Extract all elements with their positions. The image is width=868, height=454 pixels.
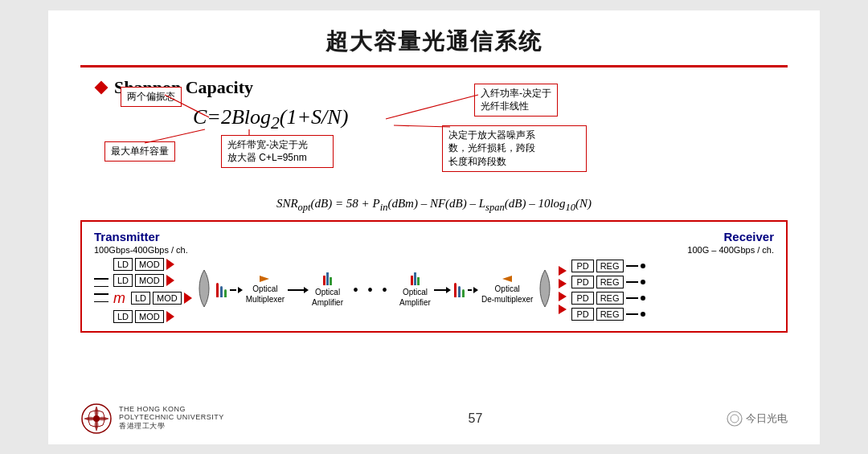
watermark-icon bbox=[727, 411, 743, 427]
diagram-box: Transmitter Receiver 100Gbps-400Gbps / c… bbox=[80, 220, 788, 333]
arrow-to-demux2 bbox=[468, 287, 478, 293]
page-number: 57 bbox=[469, 411, 483, 426]
annotation-max-capacity: 最大单纤容量 bbox=[104, 141, 175, 162]
mod-box: MOD bbox=[135, 258, 164, 271]
hkpu-text: THE HONG KONG POLYTECHNIC UNIVERSITY 香港理… bbox=[119, 405, 224, 432]
input-line bbox=[94, 278, 108, 280]
reg-box: REG bbox=[596, 292, 624, 305]
slide-title: 超大容量光通信系统 bbox=[80, 27, 788, 57]
input-line bbox=[94, 286, 108, 288]
hkpu-logo: THE HONG KONG POLYTECHNIC UNIVERSITY 香港理… bbox=[80, 403, 224, 435]
reg-box: REG bbox=[596, 308, 624, 321]
ld-box: LD bbox=[131, 292, 150, 305]
svg-point-7 bbox=[727, 411, 742, 426]
optical-amplifier-1: OpticalAmplifier bbox=[312, 272, 343, 308]
pd-box: PD bbox=[571, 260, 593, 272]
pd-box: PD bbox=[571, 276, 593, 288]
slide: 超大容量光通信系统 Shannon Capacity C=2Blog2(1+S/… bbox=[48, 10, 820, 444]
hkpu-emblem-icon bbox=[80, 403, 113, 435]
mod-box: MOD bbox=[135, 274, 164, 287]
output-circle bbox=[641, 280, 645, 284]
arrow-post-mux bbox=[288, 287, 309, 293]
triangle-icon bbox=[166, 275, 174, 286]
watermark: 今日光电 bbox=[727, 411, 788, 427]
triangle-icon bbox=[166, 259, 174, 270]
output-circle bbox=[641, 296, 645, 301]
svg-line-3 bbox=[386, 95, 478, 119]
formula-c: C=2Blog2(1+S/N) bbox=[193, 105, 348, 133]
arrow-to-demux bbox=[434, 287, 451, 293]
arrow-to-mux bbox=[230, 287, 243, 293]
reg-box: REG bbox=[596, 276, 624, 288]
lens-mux bbox=[198, 268, 211, 312]
optical-demultiplexer: OpticalDe-multiplexer bbox=[481, 276, 533, 305]
tx-speed: 100Gbps-400Gbps / ch. bbox=[94, 245, 188, 255]
transmitter-label: Transmitter bbox=[94, 230, 160, 243]
mod-box: MOD bbox=[153, 292, 182, 305]
annotation-polarization: 两个偏振态 bbox=[121, 87, 182, 107]
triangle-icon bbox=[184, 292, 192, 304]
pd-box: PD bbox=[571, 292, 593, 305]
m-label: m bbox=[113, 290, 125, 307]
diagram-dots: • • • bbox=[353, 281, 390, 300]
wdm-comb-rx bbox=[454, 283, 465, 297]
annotation-input-power: 入纤功率-决定于光纤非线性 bbox=[474, 84, 558, 117]
input-line bbox=[94, 293, 108, 295]
diamond-icon bbox=[95, 80, 108, 94]
snr-formula: SNRopt(dB) = 58 + Pin(dBm) – NF(dB) – Ls… bbox=[80, 197, 788, 214]
receiver-label: Receiver bbox=[723, 230, 774, 243]
triangle-icon bbox=[166, 311, 174, 322]
optical-multiplexer: OpticalMultiplexer bbox=[246, 276, 285, 305]
footer: THE HONG KONG POLYTECHNIC UNIVERSITY 香港理… bbox=[80, 403, 788, 435]
lens-demux bbox=[538, 268, 551, 312]
reg-box: REG bbox=[596, 260, 624, 272]
annotation-bandwidth: 光纤带宽-决定于光放大器 C+L=95nm bbox=[221, 135, 334, 169]
pd-reg-section: PD REG PD REG PD REG bbox=[571, 260, 645, 321]
rx-speed: 100G – 400Gbps / ch. bbox=[687, 245, 774, 255]
rx-triangles bbox=[559, 266, 567, 314]
ld-box: LD bbox=[113, 258, 133, 271]
ld-box: LD bbox=[113, 274, 133, 287]
mod-box: MOD bbox=[135, 310, 164, 323]
annotation-snr-factors: 决定于放大器噪声系数，光纤损耗，跨段长度和跨段数 bbox=[442, 125, 587, 172]
ld-mod-section: LD MOD LD MOD m LD MOD LD MOD bbox=[113, 258, 192, 323]
ld-box: LD bbox=[113, 310, 133, 323]
svg-point-8 bbox=[731, 415, 739, 423]
input-line bbox=[94, 301, 108, 303]
title-underline bbox=[80, 65, 788, 67]
output-circle bbox=[641, 312, 645, 317]
pd-box: PD bbox=[571, 308, 593, 321]
optical-amplifier-2: OpticalAmplifier bbox=[399, 272, 431, 308]
wdm-comb-tx bbox=[216, 283, 227, 297]
output-circle bbox=[641, 264, 645, 268]
